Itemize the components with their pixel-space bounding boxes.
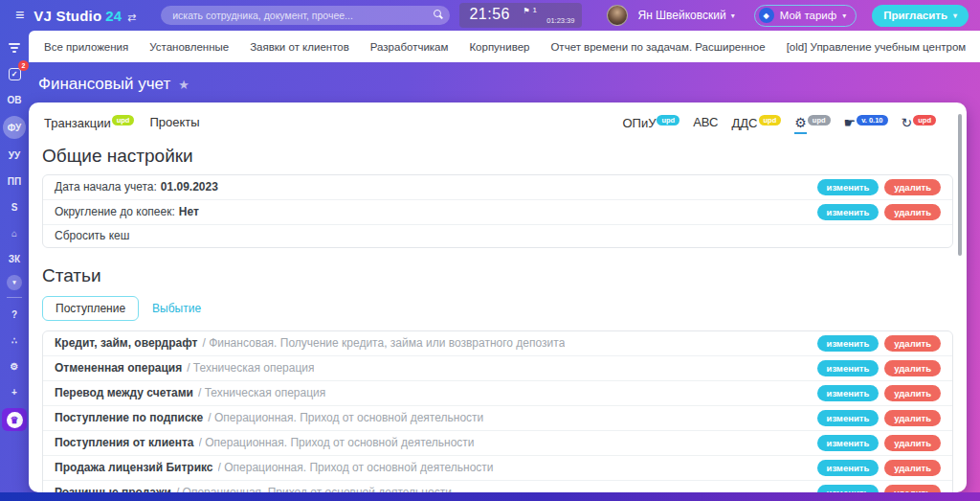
delete-button[interactable]: удалить [884,410,941,426]
article-desc: / Операционная. Приход от основной деяте… [208,411,483,424]
chevron-down-icon: ▾ [953,11,957,20]
edit-button[interactable]: изменить [817,460,880,476]
invite-label: Пригласить [883,10,947,21]
search-icon[interactable] [434,10,441,17]
general-settings-list: Дата начала учета: 01.09.2023 изменить у… [42,174,953,248]
delete-button[interactable]: удалить [884,460,941,476]
tab-projects[interactable]: Проекты [149,115,199,129]
article-name: Поступления от клиента [55,436,194,449]
chevron-down-icon: ▾ [842,11,846,20]
tariff-diamond-icon: ◆ [759,8,774,23]
gear-icon[interactable]: ⚙ [4,356,25,376]
market-icon[interactable]: ⌂ [4,223,25,242]
clock-widget[interactable]: 21:56 ⚑ 1 01:23:39 [459,3,582,28]
refresh-icon: ↻ [902,115,913,130]
delete-button[interactable]: удалить [884,204,941,220]
sidebar-item-pp[interactable]: ПП [4,171,25,191]
user-menu[interactable]: Ян Швейковский ▾ [637,9,734,22]
upd-badge: upd [112,115,135,125]
article-name: Розничные продажи [55,486,171,492]
app-logo[interactable]: VJ Studio 24 ⇄ [33,8,136,24]
edit-button[interactable]: изменить [817,410,880,426]
nav-developers[interactable]: Разработчикам [370,41,449,53]
tab-abc[interactable]: АВС [693,115,718,129]
tab-dds[interactable]: ДДСupd [732,115,782,130]
article-desc: / Операционная. Приход от основной деяте… [199,436,475,449]
app-navbar: Все приложения Установленные Заявки от к… [29,31,980,62]
setting-row-rounding: Округление до копеек: Нет изменить удали… [43,200,952,225]
sidebar-item-fu-active[interactable]: ФУ [3,116,26,139]
favorite-star-icon[interactable]: ★ [178,78,189,92]
upd-badge: upd [808,115,831,125]
sidebar-item-ov[interactable]: ОВ [4,90,25,109]
tab-transactions[interactable]: Транзакцииupd [44,115,134,130]
chevron-down-icon: ▾ [731,11,735,20]
update-item[interactable]: ↻upd [902,115,936,130]
delete-button[interactable]: удалить [884,385,941,401]
article-desc: / Техническая операция [187,361,314,375]
delete-button[interactable]: удалить [884,179,941,195]
upd-badge: upd [657,115,679,125]
edit-button[interactable]: изменить [817,435,880,451]
task-check-icon: ✓ [9,68,21,80]
invite-button[interactable]: Пригласить ▾ [872,5,969,27]
delete-button[interactable]: удалить [884,335,941,352]
delete-button[interactable]: удалить [884,435,941,451]
page-title: Финансовый учет [38,75,170,94]
logo-text: VJ Studio [33,8,101,24]
article-row: Поступления от клиента / Операционная. П… [43,431,952,456]
tab-settings[interactable]: ⚙upd [794,115,830,130]
nav-all-apps[interactable]: Все приложения [44,41,128,53]
nav-time-report[interactable]: Отчет времени по задачам. Расширенное [550,41,765,53]
tab-opiu[interactable]: ОПиУupd [622,115,679,130]
tab-income[interactable]: Поступление [42,296,139,321]
setting-row-reset-cache[interactable]: Сбросить кеш [43,225,952,247]
clock-time: 21:56 [469,6,510,23]
sidebar-item-uu[interactable]: УУ [4,146,25,165]
edit-button[interactable]: изменить [817,360,880,376]
tariff-button[interactable]: ◆ Мой тариф ▾ [754,5,858,27]
edit-button[interactable]: изменить [817,485,880,492]
setting-label: Сбросить кеш [55,229,129,242]
delete-button[interactable]: удалить [884,360,941,376]
bitrix-crown-icon[interactable]: ♛ [2,408,27,431]
setting-label: Округление до копеек: [55,205,175,218]
nav-corpuniver[interactable]: Корпунивер [469,41,529,53]
switch-arrows-icon[interactable]: ⇄ [127,11,136,24]
edit-button[interactable]: изменить [817,385,880,401]
flag-icon: ⚑ [523,7,529,15]
article-row: Розничные продажи / Операционная. Приход… [43,481,952,492]
nav-training-center[interactable]: [old] Управление учебным центром [787,41,967,53]
sidebar-item-s[interactable]: S [4,197,25,216]
version-badge: v. 0.10 [857,115,887,125]
filter-icon[interactable] [4,38,25,57]
hamburger-menu-icon[interactable]: ≡ [15,8,24,23]
upd-badge: upd [913,115,936,125]
edit-button[interactable]: изменить [817,335,880,352]
help-icon[interactable]: ? [4,305,25,324]
sidebar-item-zk[interactable]: ЗК [4,249,25,268]
scrollbar[interactable] [958,114,962,256]
avatar[interactable] [607,5,628,26]
search-bar[interactable] [161,6,450,25]
add-icon[interactable]: + [4,382,25,401]
delete-button[interactable]: удалить [884,485,941,492]
edit-button[interactable]: изменить [817,204,880,220]
panel-header-right: ОПиУupd АВС ДДСupd ⚙upd ☛v. 0.10 ↻upd [622,115,936,130]
version-item[interactable]: ☛v. 0.10 [844,115,888,130]
tasks-icon[interactable]: ✓ 2 [4,64,25,83]
edit-button[interactable]: изменить [817,179,880,195]
session-timer: 01:23:39 [546,16,574,25]
nav-client-requests[interactable]: Заявки от клиентов [250,41,349,53]
panel-tabs: Транзакцииupd Проекты [44,115,200,130]
collapse-chevron-icon[interactable]: ▾ [7,275,22,290]
nav-installed[interactable]: Установленные [149,41,229,53]
article-name: Отмененная операция [55,361,182,375]
article-row: Отмененная операция / Техническая операц… [43,356,952,381]
search-input[interactable] [161,10,450,21]
sitemap-icon[interactable]: ∴ [4,330,25,350]
articles-list: Кредит, займ, овердрафт / Финансовая. По… [42,330,953,492]
tab-opiu-label: ОПиУ [622,116,656,130]
article-name: Продажа лицензий Битрикс [55,461,213,474]
tab-outcome[interactable]: Выбытие [152,302,201,315]
